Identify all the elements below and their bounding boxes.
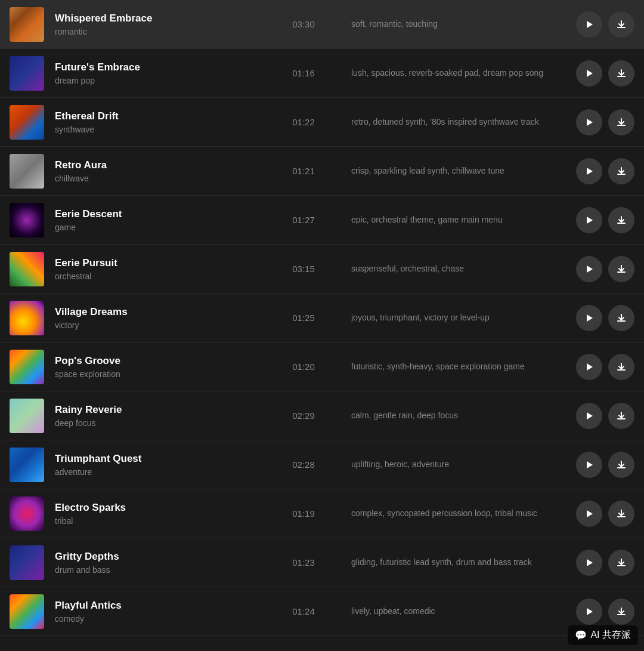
track-actions (576, 207, 634, 233)
play-button[interactable] (576, 452, 602, 478)
svg-marker-0 (587, 21, 593, 28)
track-duration: 03:15 (280, 264, 327, 274)
download-button[interactable] (608, 158, 634, 184)
track-info: Retro Aura chillwave (55, 159, 268, 183)
track-title: Ethereal Drift (55, 110, 268, 122)
track-tags: futuristic, synth-heavy, space explorati… (351, 360, 564, 373)
play-button[interactable] (576, 158, 602, 184)
svg-marker-12 (587, 608, 593, 615)
track-thumbnail (10, 399, 44, 433)
track-title: Pop's Groove (55, 355, 268, 367)
svg-marker-4 (587, 217, 593, 224)
track-tags: joyous, triumphant, victory or level-up (351, 311, 564, 324)
track-title: Eerie Descent (55, 208, 268, 220)
track-info: Playful Antics comedy (55, 600, 268, 624)
track-actions (576, 452, 634, 478)
track-genre: deep focus (55, 418, 268, 428)
track-title: Future's Embrace (55, 61, 268, 73)
track-row: Village Dreams victory 01:25 joyous, tri… (0, 294, 644, 343)
svg-marker-7 (587, 363, 593, 371)
track-thumbnail (10, 301, 44, 335)
svg-marker-8 (587, 412, 593, 419)
track-thumbnail (10, 545, 44, 580)
svg-marker-10 (587, 510, 593, 517)
track-row: Whispered Embrace romantic 03:30 soft, r… (0, 0, 644, 49)
track-thumbnail (10, 594, 44, 629)
track-duration: 02:28 (280, 459, 327, 470)
svg-marker-5 (587, 266, 593, 273)
play-button[interactable] (576, 598, 602, 625)
track-tags: epic, orchestral theme, game main menu (351, 214, 564, 226)
track-title: Rainy Reverie (55, 404, 268, 416)
track-duration: 01:23 (280, 557, 327, 567)
track-duration: 01:19 (280, 508, 327, 519)
play-button[interactable] (576, 109, 602, 135)
play-button[interactable] (576, 11, 602, 38)
track-row: Electro Sparks tribal 01:19 complex, syn… (0, 489, 644, 538)
download-button[interactable] (608, 452, 634, 478)
track-row: Triumphant Quest adventure 02:28 uplifti… (0, 440, 644, 489)
download-button[interactable] (608, 109, 634, 135)
track-info: Pop's Groove space exploration (55, 355, 268, 379)
track-row: Rainy Reverie deep focus 02:29 calm, gen… (0, 391, 644, 440)
play-button[interactable] (576, 403, 602, 429)
track-thumbnail (10, 350, 44, 384)
play-button[interactable] (576, 207, 602, 233)
svg-marker-2 (587, 119, 593, 126)
track-actions (576, 501, 634, 527)
track-duration: 01:22 (280, 117, 327, 127)
download-button[interactable] (608, 256, 634, 282)
track-tags: retro, detuned synth, '80s inspired synt… (351, 116, 564, 128)
track-row: Eerie Descent game 01:27 epic, orchestra… (0, 196, 644, 245)
track-info: Village Dreams victory (55, 306, 268, 330)
download-button[interactable] (608, 11, 634, 38)
track-info: Whispered Embrace romantic (55, 13, 268, 36)
track-row: Future's Embrace dream pop 01:16 lush, s… (0, 49, 644, 98)
download-button[interactable] (608, 305, 634, 331)
track-info: Electro Sparks tribal (55, 502, 268, 526)
download-button[interactable] (608, 354, 634, 380)
track-tags: lively, upbeat, comedic (351, 605, 564, 618)
track-actions (576, 11, 634, 38)
track-genre: game (55, 223, 268, 232)
play-button[interactable] (576, 60, 602, 87)
play-button[interactable] (576, 256, 602, 282)
track-genre: space exploration (55, 369, 268, 379)
download-button[interactable] (608, 60, 634, 87)
download-button[interactable] (608, 403, 634, 429)
track-genre: chillwave (55, 174, 268, 183)
track-info: Ethereal Drift synthwave (55, 110, 268, 134)
download-button[interactable] (608, 501, 634, 527)
track-title: Electro Sparks (55, 502, 268, 514)
play-button[interactable] (576, 305, 602, 331)
track-title: Triumphant Quest (55, 453, 268, 465)
track-genre: orchestral (55, 271, 268, 281)
track-title: Playful Antics (55, 600, 268, 612)
svg-marker-11 (587, 559, 593, 566)
track-title: Whispered Embrace (55, 13, 268, 24)
track-genre: synthwave (55, 125, 268, 134)
track-tags: gliding, futuristic lead synth, drum and… (351, 556, 564, 569)
track-title: Retro Aura (55, 159, 268, 171)
track-duration: 01:16 (280, 68, 327, 78)
svg-marker-9 (587, 461, 593, 468)
track-info: Gritty Depths drum and bass (55, 551, 268, 575)
track-tags: complex, syncopated percussion loop, tri… (351, 507, 564, 520)
track-duration: 02:29 (280, 411, 327, 421)
download-button[interactable] (608, 598, 634, 625)
track-info: Future's Embrace dream pop (55, 61, 268, 85)
track-duration: 01:21 (280, 166, 327, 176)
track-thumbnail (10, 154, 44, 189)
track-tags: calm, gentle rain, deep focus (351, 409, 564, 422)
play-button[interactable] (576, 354, 602, 380)
download-button[interactable] (608, 207, 634, 233)
track-tags: crisp, sparkling lead synth, chillwave t… (351, 165, 564, 177)
svg-marker-1 (587, 70, 593, 77)
track-genre: victory (55, 320, 268, 330)
play-button[interactable] (576, 550, 602, 576)
track-thumbnail (10, 56, 44, 91)
download-button[interactable] (608, 550, 634, 576)
play-button[interactable] (576, 501, 602, 527)
track-genre: adventure (55, 467, 268, 477)
track-actions (576, 109, 634, 135)
